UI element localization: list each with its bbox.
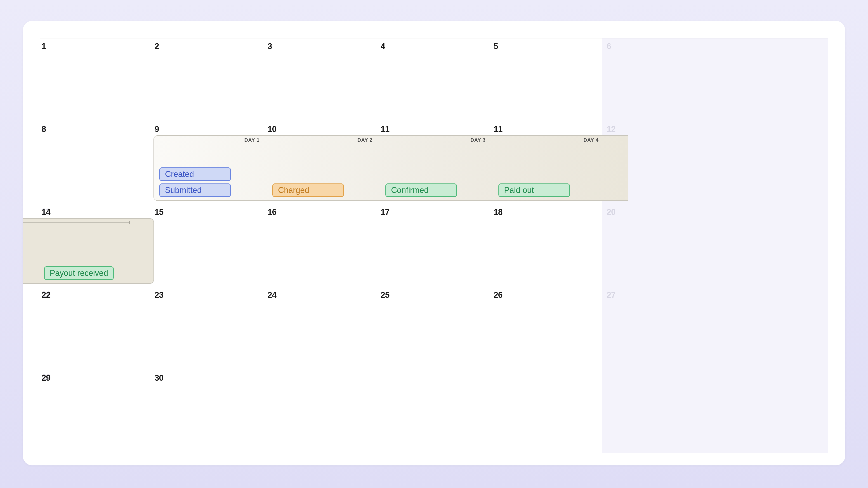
day-number: 24 [268, 290, 276, 300]
calendar-cell[interactable]: 16 [266, 204, 379, 287]
tick-line [262, 140, 355, 140]
calendar-row: 22232425262728 [40, 287, 828, 369]
day-number: 12 [607, 125, 616, 134]
calendar-cell[interactable]: 4 [379, 38, 492, 121]
day-number: 5 [494, 41, 498, 51]
calendar-cell[interactable]: 26 [492, 287, 605, 369]
calendar-cell[interactable] [266, 370, 379, 453]
day-number: 17 [381, 207, 390, 217]
calendar-cell[interactable]: 20 [605, 204, 718, 287]
calendar-cell[interactable]: 29 [40, 370, 153, 453]
tick-line [159, 140, 243, 140]
day-number: 8 [41, 125, 46, 134]
day-tick-label: DAY 1 [244, 137, 259, 143]
status-badge-payout-received[interactable]: Payout received [44, 266, 114, 280]
calendar-cell[interactable]: 8 [40, 121, 153, 204]
calendar-cell[interactable]: 5 [492, 38, 605, 121]
calendar-cell[interactable] [379, 370, 492, 453]
day-number: 22 [41, 290, 51, 300]
calendar-cell[interactable]: 18 [492, 204, 605, 287]
day-number: 10 [268, 125, 276, 134]
day-tick-label: DAY 2 [358, 137, 373, 143]
calendar-cell[interactable]: 1 [40, 38, 153, 121]
status-badge-confirmed[interactable]: Confirmed [385, 184, 457, 197]
calendar-card: 1234567 891011111213 14151617182021 2223… [23, 21, 845, 465]
day-number: 6 [607, 41, 611, 51]
day-number: 29 [41, 373, 51, 383]
tick-line [375, 140, 468, 140]
status-badge-created[interactable]: Created [159, 167, 231, 181]
day-tick-label: DAY 3 [470, 137, 486, 143]
tick-line [601, 140, 626, 140]
calendar-cell[interactable] [40, 453, 153, 465]
day-number: 25 [381, 290, 390, 300]
day-number: 30 [155, 373, 163, 383]
day-number: 2 [155, 41, 159, 51]
day-number: 9 [155, 125, 159, 134]
calendar-cell[interactable]: 15 [153, 204, 266, 287]
calendar-cell[interactable]: 24 [266, 287, 379, 369]
activity-span-continued: Payout received [23, 218, 154, 284]
calendar-row: 1234567 [40, 38, 828, 121]
day-number: 16 [268, 207, 276, 217]
day-number: 18 [494, 207, 502, 217]
day-number: 23 [155, 290, 163, 300]
calendar-cell[interactable] [605, 370, 718, 453]
day-number: 11 [494, 125, 502, 134]
day-number: 15 [155, 207, 163, 217]
calendar-cell[interactable]: 3 [266, 38, 379, 121]
calendar-cell[interactable]: 2 [153, 38, 266, 121]
calendar-cell[interactable]: 22 [40, 287, 153, 369]
day-number: 26 [494, 290, 502, 300]
day-number: 1 [41, 41, 46, 51]
day-number: 14 [41, 207, 51, 217]
tick-line [23, 223, 129, 223]
day-number: 27 [607, 290, 616, 300]
day-number: 4 [381, 41, 385, 51]
day-tick-label: DAY 4 [583, 137, 598, 143]
calendar-cell[interactable]: 25 [379, 287, 492, 369]
activity-span: DAY 1 DAY 2 DAY 3 DAY 4 Created Submitte… [153, 135, 628, 201]
day-number: 3 [268, 41, 272, 51]
calendar-cell[interactable]: 30 [153, 370, 266, 453]
calendar-cell[interactable]: 23 [153, 287, 266, 369]
tick-end [129, 221, 129, 224]
status-badge-paidout[interactable]: Paid out [498, 184, 570, 197]
calendar-cell[interactable]: 17 [379, 204, 492, 287]
calendar-cell[interactable]: 6 [605, 38, 718, 121]
day-number: 20 [607, 207, 616, 217]
calendar-row: 14151617182021 [40, 204, 828, 287]
calendar-cell[interactable]: 27 [605, 287, 718, 369]
day-number: 11 [381, 125, 390, 134]
calendar-grid: 1234567 891011111213 14151617182021 2223… [40, 21, 828, 465]
tick-line [489, 140, 581, 140]
calendar-cell[interactable] [492, 370, 605, 453]
status-badge-submitted[interactable]: Submitted [159, 184, 231, 197]
status-badge-charged[interactable]: Charged [272, 184, 344, 197]
calendar-row: 2930 [40, 369, 828, 453]
